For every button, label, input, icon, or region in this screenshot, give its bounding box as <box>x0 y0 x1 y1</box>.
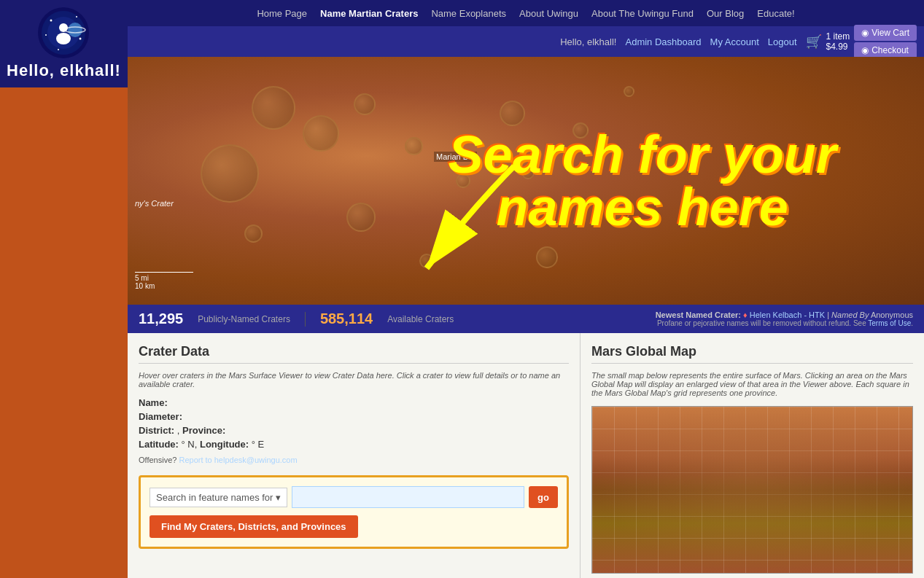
cart-box: 🛒 1 item $4.99 ◉ View Cart ◉ Checkout <box>806 25 917 58</box>
latitude-label: Latitude: <box>139 439 179 450</box>
cart-price: $4.99 <box>826 42 850 52</box>
nav-links: Home Page Name Martian Craters Name Exop… <box>135 8 917 19</box>
warning-text: Profane or pejorative names will be remo… <box>657 319 866 327</box>
svg-point-6 <box>58 49 59 50</box>
report-link[interactable]: Report to helpdesk@uwingu.com <box>179 456 297 464</box>
my-account-link[interactable]: My Account <box>710 36 759 47</box>
crater-9 <box>252 86 295 130</box>
newest-label: Newest Named Crater: <box>656 311 741 319</box>
available-label: Available Craters <box>387 314 454 324</box>
newest-crater: Newest Named Crater: ♦ Helen Kelbach - H… <box>656 311 913 327</box>
nav-educate[interactable]: Educate! <box>757 8 794 19</box>
newest-crater-link[interactable]: Helen Kelbach - HTK <box>750 311 825 319</box>
terms-link[interactable]: Terms of Use <box>868 319 911 327</box>
scale-bar: 5 mi 10 km <box>135 272 193 290</box>
crater-14 <box>419 254 434 268</box>
dropdown-chevron-icon: ▾ <box>276 492 281 503</box>
right-panel: Mars Global Map The small map below repr… <box>580 333 924 578</box>
named-by-label: Named By <box>831 311 869 319</box>
greeting-text: Hello, elkhall! <box>560 36 616 47</box>
svg-point-7 <box>59 23 68 32</box>
latlon-row: Latitude: ° N, Longitude: ° E <box>139 439 569 450</box>
crater-5 <box>346 203 376 232</box>
map-grid <box>592 407 912 573</box>
crater-1 <box>201 144 259 203</box>
crater-data-description: Hover over craters in the Mars Surface V… <box>139 371 569 388</box>
logo-icon[interactable] <box>38 7 89 58</box>
checkout-icon: ◉ <box>861 45 869 55</box>
svg-point-4 <box>45 34 47 36</box>
named-label: Publicly-Named Craters <box>198 314 290 324</box>
crater-3 <box>354 93 376 115</box>
left-panel: Crater Data Hover over craters in the Ma… <box>128 333 580 578</box>
available-count: 585,114 <box>320 311 373 327</box>
mars-global-map[interactable] <box>591 406 913 574</box>
admin-dashboard-link[interactable]: Admin Dashboard <box>625 36 701 47</box>
logo-text: Hello, elkhall! <box>7 61 121 80</box>
lat-suffix: ° N, <box>182 439 198 450</box>
named-by-value: Anonymous <box>871 311 913 319</box>
named-count: 11,295 <box>139 311 183 327</box>
name-label: Name: <box>139 397 168 408</box>
nav-uwingu-fund[interactable]: About The Uwingu Fund <box>591 8 694 19</box>
search-row: Search in feature names for ▾ go <box>150 486 558 508</box>
scale-km: 10 km <box>135 282 193 290</box>
name-row: Name: <box>139 397 569 408</box>
diameter-row: Diameter: <box>139 411 569 422</box>
top-nav: Home Page Name Martian Craters Name Exop… <box>0 0 924 26</box>
newest-pin-icon: ♦ <box>743 311 748 319</box>
cart-buttons: ◉ View Cart ◉ Checkout <box>854 25 917 58</box>
stats-bar: 11,295 Publicly-Named Craters 585,114 Av… <box>128 305 924 333</box>
scale-miles: 5 mi <box>135 274 193 282</box>
mars-surface: Marian D ll ny's Crater 5 mi 10 km Searc… <box>128 57 924 305</box>
crater-7 <box>500 101 525 126</box>
search-dropdown-label: Search in feature names for <box>156 492 273 503</box>
district-separator: , <box>177 425 182 436</box>
nav-blog[interactable]: Our Blog <box>707 8 744 19</box>
offensive-label: Offensive? <box>139 456 176 464</box>
svg-point-9 <box>68 23 82 37</box>
cart-items: 1 item <box>826 31 850 42</box>
svg-point-8 <box>56 33 71 44</box>
second-bar: Hello, elkhall! Admin Dashboard My Accou… <box>0 26 924 57</box>
bottom-content: Crater Data Hover over craters in the Ma… <box>128 333 924 578</box>
crater-8 <box>244 224 263 243</box>
province-label: Province: <box>182 425 225 436</box>
cart-info: 1 item $4.99 <box>826 31 850 52</box>
crater-15 <box>536 246 558 268</box>
headline-line2: names here <box>449 181 836 233</box>
crater-data-title: Crater Data <box>139 344 569 364</box>
search-headline: Search for your names here <box>449 128 836 233</box>
crater-12 <box>624 86 634 97</box>
nav-martian-craters[interactable]: Name Martian Craters <box>320 8 418 19</box>
search-dropdown[interactable]: Search in feature names for ▾ <box>150 488 287 507</box>
crater-label: ny's Crater <box>135 199 174 208</box>
district-label: District: <box>139 425 174 436</box>
logout-link[interactable]: Logout <box>768 36 797 47</box>
nav-home[interactable]: Home Page <box>257 8 307 19</box>
mars-map-title: Mars Global Map <box>591 344 913 364</box>
lon-suffix: ° E <box>252 439 264 450</box>
cart-icon: 🛒 <box>806 34 822 50</box>
search-box: Search in feature names for ▾ go Find My… <box>139 475 569 549</box>
mars-map-description: The small map below represents the entir… <box>591 371 913 397</box>
mars-viewer[interactable]: Marian D ll ny's Crater 5 mi 10 km Searc… <box>128 57 924 305</box>
search-input[interactable] <box>292 486 524 508</box>
svg-point-3 <box>76 16 77 17</box>
stats-divider-1 <box>305 312 306 327</box>
district-row: District: , Province: <box>139 425 569 436</box>
nav-about-uwingu[interactable]: About Uwingu <box>519 8 578 19</box>
nav-exoplanets[interactable]: Name Exoplanets <box>431 8 506 19</box>
logo-container: Hello, elkhall! <box>0 0 128 87</box>
longitude-label: Longitude: <box>200 439 249 450</box>
cart-icon-small: ◉ <box>861 28 869 38</box>
view-cart-button[interactable]: ◉ View Cart <box>854 25 917 41</box>
checkout-button[interactable]: ◉ Checkout <box>854 42 917 58</box>
svg-point-5 <box>79 37 81 39</box>
go-button[interactable]: go <box>529 486 558 508</box>
crater-4 <box>405 137 423 155</box>
find-my-craters-button[interactable]: Find My Craters, Districts, and Province… <box>150 515 358 538</box>
svg-point-2 <box>50 19 52 21</box>
headline-line1: Search for your <box>449 128 836 181</box>
diameter-label: Diameter: <box>139 411 182 422</box>
